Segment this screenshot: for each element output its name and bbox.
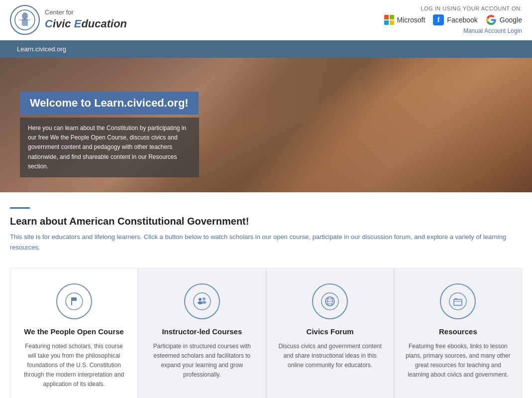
hero-title: Welcome to Learn.civiced.org! — [30, 97, 189, 110]
manual-account-login[interactable]: Manual Account Login — [384, 27, 522, 34]
svg-point-11 — [202, 301, 207, 304]
svg-point-10 — [203, 297, 206, 300]
microsoft-label: Microsoft — [397, 16, 426, 24]
facebook-login-button[interactable]: f Facebook — [433, 14, 477, 25]
microsoft-icon — [384, 15, 394, 25]
svg-point-8 — [199, 298, 202, 301]
google-icon — [486, 14, 497, 25]
card-resources-desc: Featuring free ebooks, links to lesson p… — [405, 342, 512, 390]
logo-line2: Civic Education — [45, 17, 127, 30]
svg-point-1 — [22, 12, 28, 19]
navbar: Learn.civiced.org — [0, 40, 532, 58]
login-area: LOG IN USING YOUR ACCOUNT ON: Microsoft … — [384, 5, 522, 34]
logo-area: Center for Civic Education — [10, 5, 127, 35]
facebook-icon: f — [433, 14, 444, 25]
folder-icon-circle — [440, 283, 476, 319]
card-open-course: We the People Open Course Featuring note… — [10, 268, 138, 398]
flag-icon-circle — [56, 283, 92, 319]
section-title: Learn about American Constitutional Gove… — [10, 216, 522, 227]
hero-section: Welcome to Learn.civiced.org! Here you c… — [0, 58, 532, 192]
globe-icon — [321, 292, 339, 310]
flag-icon — [65, 292, 83, 310]
card-instructor-desc: Participate in structured courses with e… — [148, 342, 255, 390]
cards-grid: We the People Open Course Featuring note… — [10, 268, 522, 398]
svg-rect-6 — [72, 297, 77, 301]
login-label: LOG IN USING YOUR ACCOUNT ON: — [384, 5, 522, 11]
card-instructor-courses: Instructor-led Courses Participate in st… — [138, 268, 266, 398]
hero-desc-box: Here you can learn about the Constitutio… — [20, 118, 199, 177]
microsoft-login-button[interactable]: Microsoft — [384, 15, 426, 25]
globe-icon-circle — [312, 283, 348, 319]
hero-title-box: Welcome to Learn.civiced.org! — [20, 92, 199, 115]
svg-rect-19 — [454, 299, 462, 305]
card-instructor-title: Instructor-led Courses — [162, 327, 242, 336]
card-open-course-desc: Featuring noted scholars, this course wi… — [20, 342, 127, 390]
card-forum-desc: Discuss civics and government content an… — [277, 342, 384, 390]
header: Center for Civic Education LOG IN USING … — [0, 0, 532, 40]
svg-point-7 — [194, 293, 211, 310]
card-resources-title: Resources — [439, 327, 477, 336]
facebook-label: Facebook — [447, 16, 477, 24]
logo-svg — [14, 9, 36, 31]
card-civics-forum: Civics Forum Discuss civics and governme… — [266, 268, 394, 398]
hero-description: Here you can learn about the Constitutio… — [28, 124, 191, 171]
card-resources: Resources Featuring free ebooks, links t… — [394, 268, 522, 398]
navbar-item-learn[interactable]: Learn.civiced.org — [10, 40, 73, 58]
card-open-course-title: We the People Open Course — [24, 327, 124, 336]
svg-point-4 — [66, 293, 83, 310]
people-icon-circle — [184, 283, 220, 319]
hero-content: Welcome to Learn.civiced.org! Here you c… — [20, 92, 199, 177]
card-forum-title: Civics Forum — [307, 327, 354, 336]
logo-emblem — [10, 5, 40, 35]
google-login-button[interactable]: Google — [486, 14, 522, 25]
section-divider — [10, 207, 30, 209]
people-icon — [193, 292, 211, 310]
logo-text: Center for Civic Education — [45, 8, 127, 31]
google-label: Google — [500, 16, 522, 24]
login-buttons: Microsoft f Facebook Google — [384, 14, 522, 25]
section-subtitle: This site is for educators and lifelong … — [10, 232, 522, 253]
main-content: Learn about American Constitutional Gove… — [0, 192, 532, 398]
folder-icon — [449, 292, 467, 310]
